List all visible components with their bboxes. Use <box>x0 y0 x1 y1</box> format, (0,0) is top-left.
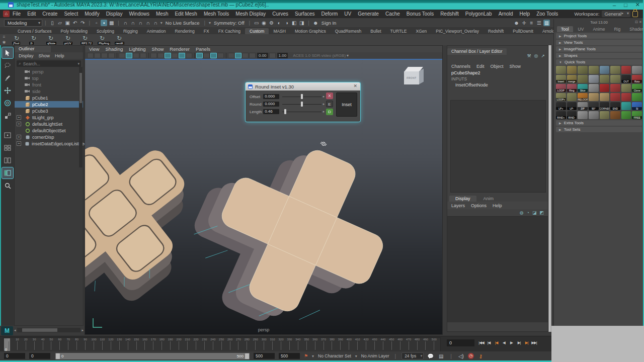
outliner-tab[interactable]: Outliner <box>15 46 51 52</box>
quick-tool-si[interactable]: Si <box>632 102 642 110</box>
quick-tool-merge[interactable]: merge <box>567 75 577 83</box>
menu-zoo-tools[interactable]: Zoo Tools <box>536 11 558 17</box>
layer-menu-help[interactable]: Help <box>493 203 502 208</box>
move-layer-up-icon[interactable]: ◪ <box>532 210 537 215</box>
workspace-selector[interactable]: Workspace: General* <box>575 10 638 18</box>
inset-button[interactable]: Inset <box>336 93 357 117</box>
tool-settings-icon[interactable]: ≡ <box>528 20 535 26</box>
layer-menu-options[interactable]: Options <box>471 203 487 208</box>
maximize-button[interactable]: □ <box>624 2 627 8</box>
quick-tool-tile-5[interactable] <box>610 66 620 74</box>
shelf-tab-fx-caching[interactable]: FX Caching <box>214 28 245 34</box>
undo-icon[interactable]: ↶ <box>72 20 78 26</box>
character-set-caret[interactable]: ▾ <box>312 354 314 358</box>
menu-file[interactable]: File <box>13 11 21 17</box>
step-back-frame-button[interactable]: |◀ <box>486 339 492 347</box>
viewport-toolbar-icon-7[interactable] <box>140 53 146 58</box>
quick-tool-free[interactable]: FREE <box>632 111 642 119</box>
tool-panel-tab-rig[interactable]: Rig <box>610 26 625 32</box>
quick-tool-lp-[interactable]: LP+ <box>556 102 566 110</box>
lasso-tool[interactable] <box>2 60 13 71</box>
ipr-render-icon[interactable]: ◉ <box>261 20 267 26</box>
viewport-toolbar-icon-20[interactable] <box>242 53 249 58</box>
channel-box-toggle-icon[interactable]: ▥ <box>543 20 550 26</box>
slider-handle[interactable] <box>284 109 286 114</box>
auto-key-runner-icon[interactable]: ⚷ <box>477 353 484 359</box>
workspace-value[interactable]: General* <box>602 11 631 17</box>
channel-item-inputs[interactable]: INPUTS <box>451 76 548 81</box>
close-button[interactable]: ✕ <box>635 2 640 8</box>
viewport-toolbar-icon-0[interactable] <box>87 53 94 58</box>
channel-attributes-area[interactable] <box>450 100 546 193</box>
quick-tool-slice[interactable]: Slice <box>578 84 588 92</box>
viewport-toolbar-icon-8[interactable] <box>150 53 157 58</box>
viewport-toolbar-icon-17[interactable] <box>217 53 224 58</box>
range-slider-bar[interactable]: 0 500 <box>55 353 250 359</box>
quick-tool-tile-46[interactable] <box>621 111 631 119</box>
viewport-menu-shading[interactable]: Shading <box>105 46 123 52</box>
tool-panel-tab-shader[interactable]: Shader <box>625 26 644 32</box>
snap-curve-icon[interactable]: ∩ <box>130 20 136 26</box>
character-controls-icon[interactable]: ✛ <box>521 20 527 26</box>
viewport-toolbar-icon-9[interactable] <box>157 53 164 58</box>
menu-generate[interactable]: Generate <box>358 11 379 17</box>
quick-tool-ring[interactable]: Ring <box>567 84 577 92</box>
playback-start-field[interactable]: 0 <box>29 353 50 359</box>
quick-tool-rind-[interactable]: RIND- <box>567 111 577 119</box>
viewport-toolbar-icon-21[interactable] <box>249 53 256 58</box>
outliner-menu-help[interactable]: Help <box>55 53 64 58</box>
viewport-toolbar-icon-19[interactable] <box>235 53 242 58</box>
quick-tool-tile-22[interactable] <box>621 84 631 92</box>
expand-icon[interactable]: + <box>17 135 21 139</box>
shelf-item-pbyang[interactable]: ↻PbyAng <box>98 35 111 45</box>
menu-mesh-tools[interactable]: Mesh Tools <box>204 11 229 17</box>
mute-audio-icon[interactable]: ◁) <box>458 353 464 359</box>
go-to-end-button[interactable]: ▶▶| <box>531 339 537 347</box>
menu-mesh-display[interactable]: Mesh Display <box>235 11 266 17</box>
range-end-handle[interactable] <box>245 353 249 359</box>
outliner-item-pcube2[interactable]: pCube2 <box>15 101 83 108</box>
home-icon[interactable]: ⌂ <box>3 11 10 17</box>
viewport-toolbar-icon-10[interactable] <box>165 53 171 58</box>
quick-tool-tile-7[interactable] <box>632 66 642 74</box>
channel-item-pcubeshape2[interactable]: pCubeShape2 <box>451 70 548 75</box>
snap-view-plane-icon[interactable]: ∩ <box>152 20 159 26</box>
play-forward-button[interactable]: ▶ <box>508 339 515 347</box>
menu-select[interactable]: Select <box>64 11 78 17</box>
layer-tab-anim[interactable]: Anim <box>477 196 500 202</box>
snap-grid-icon[interactable]: ∩ <box>122 20 129 26</box>
new-scene-icon[interactable]: ▯ <box>49 20 56 26</box>
character-set-label[interactable]: No Character Set <box>318 353 351 358</box>
viewport-toolbar-icon-6[interactable] <box>133 53 139 58</box>
viewport-toolbar-icon-18[interactable] <box>228 53 234 58</box>
outliner-hscrollbar[interactable]: ◂ ▸ <box>14 327 84 333</box>
outliner-item-pcube1[interactable]: pCube1 <box>15 95 83 101</box>
channel-box-tab[interactable]: Channel Box / Layer Editor <box>447 48 507 55</box>
section-project-tools[interactable]: ▶Project Tools <box>556 33 642 39</box>
auto-keyframe-clock-icon[interactable]: ◷ <box>468 353 474 359</box>
viewport-toolbar-icon-16[interactable] <box>210 53 217 58</box>
shelf-tab-poly-modeling[interactable]: Poly Modeling <box>56 28 92 34</box>
viewport-menu-panels[interactable]: Panels <box>196 46 210 52</box>
menu-display[interactable]: Display <box>106 11 123 17</box>
menu-deform[interactable]: Deform <box>321 11 338 17</box>
snap-projected-center-icon[interactable]: ∩ <box>145 20 151 26</box>
slider-options-caret[interactable]: ▸ <box>321 110 326 114</box>
render-settings-icon[interactable]: ⚙ <box>268 20 275 26</box>
quick-tool-zip[interactable]: ZIP <box>578 102 588 110</box>
time-ticks[interactable]: 0 01020304050607080901001101201301401501… <box>3 337 441 352</box>
tool-panel-tab-anime[interactable]: Anime <box>589 26 609 32</box>
sign-in-label[interactable]: Sign In <box>321 20 337 26</box>
quick-tool-tile-11[interactable] <box>589 75 599 83</box>
quick-tool-loop[interactable]: LOOP <box>556 84 566 92</box>
outliner-menu-show[interactable]: Show <box>39 53 50 58</box>
viewport-toolbar-icon-11[interactable] <box>172 53 178 58</box>
panel-dock-icon[interactable]: ⊡ ✕ <box>635 20 642 24</box>
viewport-toolbar-icon-1[interactable] <box>94 53 101 58</box>
quick-tool-tile-0[interactable] <box>556 66 566 74</box>
quick-tool-tile-44[interactable] <box>600 111 610 119</box>
outliner-item-ttlight-grp[interactable]: +ttLight_grp <box>15 114 83 121</box>
shelf-tab-fx[interactable]: FX <box>199 28 214 34</box>
save-scene-icon[interactable]: ▣ <box>64 20 71 26</box>
new-layer-selected-icon[interactable]: ◔ <box>527 210 529 215</box>
